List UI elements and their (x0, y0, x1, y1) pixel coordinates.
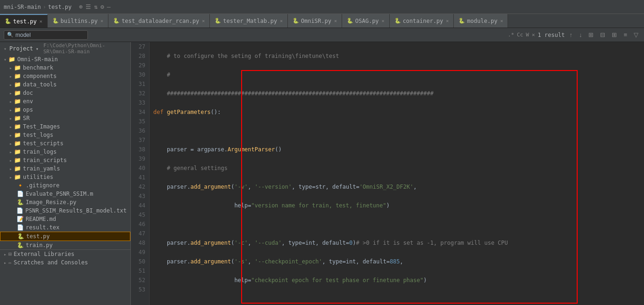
tab-tester-matlab[interactable]: 🐍 tester_Matlab.py ✕ (210, 14, 288, 28)
word-icon[interactable]: W (526, 32, 529, 38)
search-input[interactable] (15, 32, 81, 38)
tab-close-icon[interactable]: ✕ (500, 18, 503, 23)
settings-icon[interactable]: ⚙ (100, 2, 105, 11)
sidebar-item-ops[interactable]: 📁 ops (0, 106, 130, 114)
sidebar-item-doc[interactable]: 📁 doc (0, 89, 130, 97)
sidebar-item-train-py[interactable]: 🐍 train.py (0, 241, 130, 249)
sidebar-item-env[interactable]: 📁 env (0, 97, 130, 106)
tab-label: OmniSR.py (301, 18, 331, 24)
folder-icon: 📁 (14, 149, 21, 155)
sidebar-item-sr[interactable]: 📁 SR (0, 114, 130, 122)
expand-results-button[interactable]: ⊞ (587, 30, 595, 39)
sidebar-item-test-images[interactable]: 📁 Test_Images (0, 122, 130, 131)
sidebar-item-train-scripts[interactable]: 📁 train_scripts (0, 156, 130, 164)
arrow-icon (4, 252, 7, 257)
arrow-icon (9, 133, 12, 138)
code-line-36 (153, 220, 640, 229)
folder-icon: 📁 (14, 98, 21, 105)
tab-close-icon[interactable]: ✕ (100, 18, 103, 23)
sidebar-item-benchmark[interactable]: 📁 benchmark (0, 64, 130, 72)
tab-osag[interactable]: 🐍 OSAG.py ✕ (342, 14, 390, 28)
py-icon: 🐍 (113, 18, 120, 24)
sidebar-item-result-tex[interactable]: 📄 result.tex (0, 223, 130, 232)
code-line-31 (153, 126, 640, 135)
scratches-icon: ✏ (8, 259, 12, 266)
top-breadcrumb-bar: mni-SR-main › test.py ⊕ ☰ ⇅ ⚙ — (0, 0, 644, 14)
py-icon: 🐍 (17, 242, 24, 248)
item-label: README.md (26, 216, 56, 222)
sidebar-root-folder[interactable]: 📁 Omni-SR-main (0, 55, 130, 64)
breadcrumb-root[interactable]: mni-SR-main (4, 4, 41, 10)
folder-icon: 📁 (14, 73, 21, 79)
arrow-icon (9, 158, 12, 163)
tab-container[interactable]: 🐍 container.py ✕ (390, 14, 454, 28)
tab-test-py[interactable]: 🐍 test.py ✕ (0, 14, 48, 28)
arrows-icon[interactable]: ⇅ (93, 2, 99, 11)
sidebar-item-train-yamls[interactable]: 📁 train_yamls (0, 164, 130, 173)
tab-close-icon[interactable]: ✕ (202, 18, 205, 23)
structure-icon[interactable]: ☰ (85, 2, 92, 11)
code-line-38: parser.add_argument('-s', '--checkpoint_… (153, 257, 640, 266)
tab-omnisr[interactable]: 🐍 OmniSR.py ✕ (288, 14, 342, 28)
sidebar-item-scratches[interactable]: ✏ Scratches and Consoles (0, 258, 130, 267)
sidebar-item-utilities[interactable]: 📁 utilities (0, 173, 130, 181)
item-label: Image_Resize.py (26, 199, 76, 206)
sidebar-item-data-tools[interactable]: 📁 data_tools (0, 80, 130, 89)
tab-test-dataloader[interactable]: 🐍 test_dataloader_rcan.py ✕ (108, 14, 210, 28)
sidebar-item-test-logs[interactable]: 📁 test_logs (0, 131, 130, 139)
code-area: 27 28 29 30 31 32 33 34 35 36 37 38 39 4… (131, 42, 644, 305)
search-result-count: 1 result (538, 32, 565, 38)
sidebar-item-readme[interactable]: 📝 README.md (0, 215, 130, 223)
filter-button[interactable]: ▽ (632, 30, 640, 39)
close-search-icon[interactable]: ✕ (532, 32, 535, 38)
sidebar-item-psnr[interactable]: 📄 PSNR_SSIM_Results_BI_model.txt (0, 206, 130, 215)
sidebar-item-test-py[interactable]: 🐍 test.py (0, 232, 130, 241)
tab-label: container.py (403, 18, 444, 24)
folder-icon: 📁 (14, 115, 21, 121)
tab-module[interactable]: 🐍 module.py ✕ (454, 14, 508, 28)
item-label: train.py (26, 242, 53, 248)
sidebar-arrow[interactable] (4, 46, 7, 51)
add-icon[interactable]: ⊕ (78, 2, 84, 11)
tab-close-icon[interactable]: ✕ (334, 18, 337, 23)
prev-result-button[interactable]: ↑ (567, 30, 574, 39)
py-icon: 🐍 (52, 18, 59, 24)
sidebar-item-external-libraries[interactable]: ⊞ External Libraries (0, 250, 130, 258)
sidebar-item-gitignore[interactable]: 🔸 .gitignore (0, 181, 130, 190)
regex-icon[interactable]: .* (508, 32, 514, 38)
tab-close-icon[interactable]: ✕ (40, 19, 43, 24)
arrow-icon (9, 107, 12, 113)
sidebar-item-evaluate[interactable]: 📄 Evaluate_PSNR_SSIM.m (0, 190, 130, 198)
search-controls: .* Cc W ✕ 1 result ↑ ↓ ⊞ ⊟ ⊞ ≡ ▽ (508, 30, 640, 39)
sidebar-item-test-scripts[interactable]: 📁 test_scripts (0, 139, 130, 148)
root-arrow (4, 57, 7, 62)
root-folder-name: Omni-SR-main (17, 56, 58, 63)
sidebar-item-train-logs[interactable]: 📁 train_logs (0, 148, 130, 156)
next-result-button[interactable]: ↓ (577, 30, 584, 39)
settings-search-button[interactable]: ≡ (622, 30, 629, 39)
item-label: test_logs (23, 132, 53, 138)
tab-close-icon[interactable]: ✕ (382, 18, 385, 23)
top-toolbar: ⊕ ☰ ⇅ ⚙ — (78, 2, 111, 11)
arrow-icon (9, 74, 12, 79)
arrow-icon (9, 124, 12, 129)
minus-icon[interactable]: — (106, 2, 112, 11)
arrow-icon (4, 260, 7, 265)
filter-icon[interactable]: ⊞ (610, 30, 619, 39)
tab-close-icon[interactable]: ✕ (280, 18, 283, 23)
search-input-wrap[interactable]: 🔍 (4, 30, 88, 40)
arrow-icon (9, 149, 12, 155)
project-label: Project (9, 45, 33, 52)
code-content[interactable]: # to configure the seting of training\fi… (150, 42, 644, 305)
tab-close-icon[interactable]: ✕ (446, 18, 449, 23)
item-label: train_scripts (23, 157, 67, 163)
txt-icon: 📄 (16, 207, 23, 214)
tab-builtins-py[interactable]: 🐍 builtins.py ✕ (48, 14, 109, 28)
code-scroll[interactable]: 27 28 29 30 31 32 33 34 35 36 37 38 39 4… (131, 42, 644, 305)
sidebar-item-components[interactable]: 📁 components (0, 72, 130, 80)
dropdown-arrow[interactable]: ▾ (36, 46, 39, 51)
sidebar-item-image-resize[interactable]: 🐍 Image_Resize.py (0, 198, 130, 206)
collapse-results-button[interactable]: ⊟ (598, 30, 607, 39)
case-icon[interactable]: Cc (517, 32, 523, 38)
breadcrumb-file[interactable]: test.py (48, 4, 72, 10)
